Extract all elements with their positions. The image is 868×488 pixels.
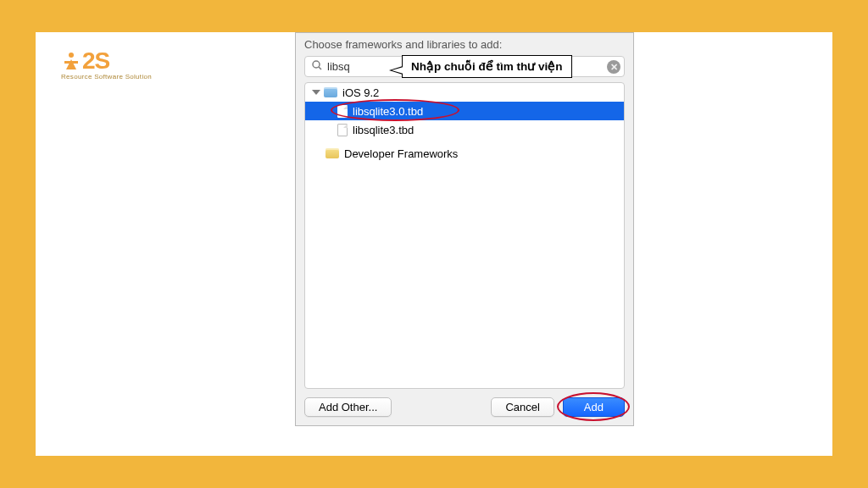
tree-item-label: libsqlite3.0.tbd: [353, 105, 423, 118]
folder-icon: [326, 148, 339, 158]
clear-search-icon[interactable]: ✕: [607, 60, 620, 74]
callout-annotation: Nhập chuỗi để tìm thư viện: [402, 55, 572, 78]
tree-subfolder[interactable]: Developer Frameworks: [305, 144, 624, 163]
framework-tree[interactable]: iOS 9.2 libsqlite3.0.tbd libsqlite3.tbd …: [304, 82, 625, 389]
search-field[interactable]: ✕ Nhập chuỗi để tìm thư viện: [304, 56, 625, 77]
dialog-title: Choose frameworks and libraries to add:: [296, 33, 633, 53]
choose-frameworks-dialog: Choose frameworks and libraries to add: …: [295, 32, 634, 426]
search-icon: [309, 60, 326, 73]
folder-icon: [324, 87, 337, 97]
add-other-button[interactable]: Add Other...: [304, 397, 392, 417]
tree-subfolder-label: Developer Frameworks: [344, 147, 458, 160]
logo-figure-icon: [61, 51, 81, 71]
svg-line-3: [319, 67, 321, 69]
svg-rect-1: [64, 61, 78, 64]
svg-point-0: [69, 53, 74, 58]
cancel-button[interactable]: Cancel: [491, 397, 554, 417]
file-icon: [337, 124, 348, 136]
logo-subtitle: Resource Software Solution: [61, 73, 152, 80]
chevron-down-icon[interactable]: [312, 90, 320, 95]
tree-item[interactable]: libsqlite3.tbd: [305, 120, 624, 139]
tree-item-label: libsqlite3.tbd: [353, 124, 414, 136]
add-button-label: Add: [584, 401, 604, 413]
svg-point-2: [313, 61, 320, 68]
dialog-button-row: Add Other... Cancel Add: [296, 389, 633, 425]
tree-group-label: iOS 9.2: [342, 86, 379, 99]
logo-text: 2S: [82, 47, 109, 75]
tree-group-ios[interactable]: iOS 9.2: [305, 83, 624, 102]
add-button[interactable]: Add: [563, 397, 625, 417]
brand-logo: 2S Resource Software Solution: [61, 47, 152, 80]
tree-item-selected[interactable]: libsqlite3.0.tbd: [305, 102, 624, 120]
file-icon: [337, 105, 348, 118]
